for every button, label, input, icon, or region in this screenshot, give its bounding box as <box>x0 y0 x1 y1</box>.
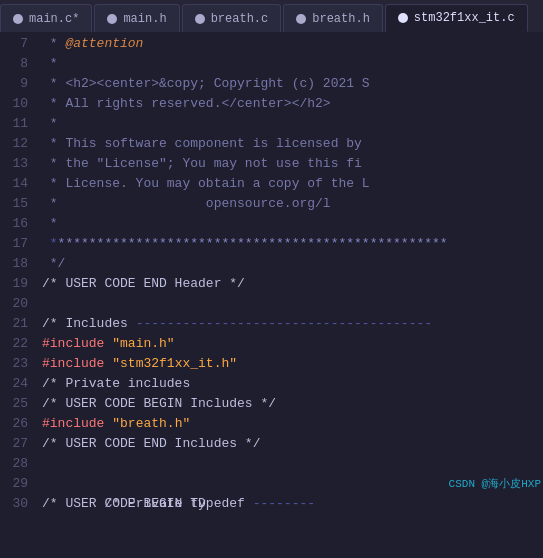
code-line-16: * <box>42 214 543 234</box>
line-num-19: 19 <box>0 274 28 294</box>
code-line-29: /* Private typedef -------- CSDN @海小皮HXP <box>42 474 543 494</box>
tab-icon-breath-h <box>296 14 306 24</box>
code-line-7: * @attention <box>42 34 543 54</box>
line-num-16: 16 <box>0 214 28 234</box>
tab-main-c[interactable]: main.c* <box>0 4 92 32</box>
code-line-12: * This software component is licensed by <box>42 134 543 154</box>
code-line-24: /* Private includes <box>42 374 543 394</box>
line-num-18: 18 <box>0 254 28 274</box>
code-line-21: /* Includes ----------------------------… <box>42 314 543 334</box>
line-num-10: 10 <box>0 94 28 114</box>
attention-keyword: @attention <box>65 36 143 51</box>
line-num-29: 29 <box>0 474 28 494</box>
line-num-17: 17 <box>0 234 28 254</box>
code-line-25: /* USER CODE BEGIN Includes */ <box>42 394 543 414</box>
editor-container: main.c* main.h breath.c breath.h stm32f1… <box>0 0 543 558</box>
line-num-28: 28 <box>0 454 28 474</box>
code-line-13: * the "License"; You may not use this fi <box>42 154 543 174</box>
line-num-22: 22 <box>0 334 28 354</box>
code-line-27: /* USER CODE END Includes */ <box>42 434 543 454</box>
editor-area: 7 8 9 10 11 12 13 14 15 16 17 18 19 20 2… <box>0 32 543 558</box>
code-line-14: * License. You may obtain a copy of the … <box>42 174 543 194</box>
code-line-19: /* USER CODE END Header */ <box>42 274 543 294</box>
watermark-text: CSDN @海小皮HXP <box>449 474 541 494</box>
tab-breath-c[interactable]: breath.c <box>182 4 282 32</box>
tab-main-h[interactable]: main.h <box>94 4 179 32</box>
line-num-30: 30 <box>0 494 28 514</box>
tab-breath-h[interactable]: breath.h <box>283 4 383 32</box>
code-line-11: * <box>42 114 543 134</box>
code-line-23: #include "stm32f1xx_it.h" <box>42 354 543 374</box>
tab-icon-breath-c <box>195 14 205 24</box>
line-num-14: 14 <box>0 174 28 194</box>
tab-label-stm32-it: stm32f1xx_it.c <box>414 11 515 25</box>
line-num-25: 25 <box>0 394 28 414</box>
line-num-21: 21 <box>0 314 28 334</box>
line-num-9: 9 <box>0 74 28 94</box>
tab-icon-main-c <box>13 14 23 24</box>
line-num-11: 11 <box>0 114 28 134</box>
code-line-10: * All rights reserved.</center></h2> <box>42 94 543 114</box>
tab-icon-main-h <box>107 14 117 24</box>
code-line-9: * <h2><center>&copy; Copyright (c) 2021 … <box>42 74 543 94</box>
code-line-18: */ <box>42 254 543 274</box>
code-line-17: ****************************************… <box>42 234 543 254</box>
tab-label-main-h: main.h <box>123 12 166 26</box>
code-line-8: * <box>42 54 543 74</box>
code-content[interactable]: * @attention * * <h2><center>&copy; Copy… <box>36 32 543 558</box>
line-num-27: 27 <box>0 434 28 454</box>
line-numbers: 7 8 9 10 11 12 13 14 15 16 17 18 19 20 2… <box>0 32 36 558</box>
tab-label-main-c: main.c* <box>29 12 79 26</box>
line-num-8: 8 <box>0 54 28 74</box>
tab-icon-stm32-it <box>398 13 408 23</box>
tab-bar: main.c* main.h breath.c breath.h stm32f1… <box>0 0 543 32</box>
tab-stm32-it[interactable]: stm32f1xx_it.c <box>385 4 528 32</box>
line-num-20: 20 <box>0 294 28 314</box>
line-num-7: 7 <box>0 34 28 54</box>
line-num-23: 23 <box>0 354 28 374</box>
code-line-22: #include "main.h" <box>42 334 543 354</box>
line-num-12: 12 <box>0 134 28 154</box>
line-num-13: 13 <box>0 154 28 174</box>
code-line-28 <box>42 454 543 474</box>
line-num-15: 15 <box>0 194 28 214</box>
code-line-20 <box>42 294 543 314</box>
code-line-15: * opensource.org/l <box>42 194 543 214</box>
tab-label-breath-c: breath.c <box>211 12 269 26</box>
line-num-24: 24 <box>0 374 28 394</box>
line-num-26: 26 <box>0 414 28 434</box>
tab-label-breath-h: breath.h <box>312 12 370 26</box>
code-line-26: #include "breath.h" <box>42 414 543 434</box>
